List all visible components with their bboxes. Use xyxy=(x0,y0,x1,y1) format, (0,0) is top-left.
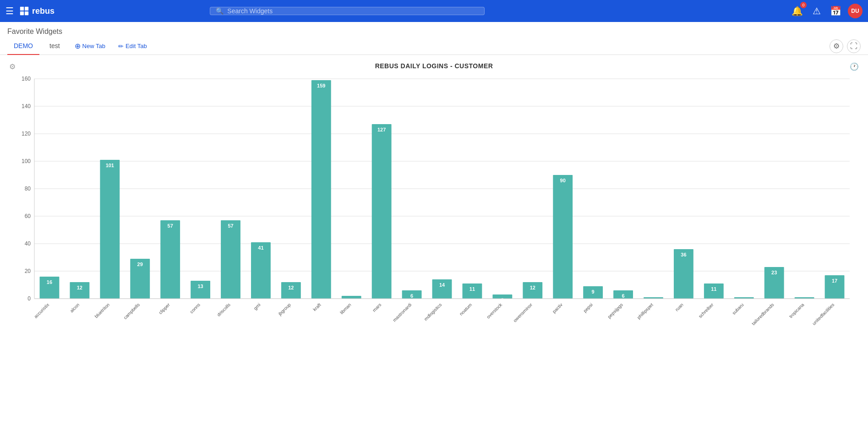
svg-text:mars: mars xyxy=(371,302,382,313)
plus-icon: ⊕ xyxy=(75,42,81,50)
svg-text:14: 14 xyxy=(439,282,445,288)
svg-text:23: 23 xyxy=(771,270,777,275)
svg-text:tailoredbrands: tailoredbrands xyxy=(751,302,775,327)
svg-text:unitedfacilities: unitedfacilities xyxy=(811,302,835,326)
chart-title: REBUS DAILY LOGINS - CUSTOMER xyxy=(9,62,859,70)
svg-text:3: 3 xyxy=(501,297,504,303)
svg-text:gmi: gmi xyxy=(253,302,262,311)
svg-text:100: 100 xyxy=(22,158,31,164)
tab-test[interactable]: test xyxy=(43,38,66,55)
svg-text:schreiber: schreiber xyxy=(698,302,715,319)
tabs-bar: DEMO test ⊕ New Tab ✏ Edit Tab ⚙ ⛶ xyxy=(0,38,868,55)
svg-text:accuristix: accuristix xyxy=(33,302,50,319)
svg-text:owensminor: owensminor xyxy=(512,302,533,323)
svg-text:60: 60 xyxy=(25,213,31,219)
svg-text:36: 36 xyxy=(681,252,686,257)
chart-settings-icon[interactable]: ⚙ xyxy=(9,62,16,71)
tabs-right-actions: ⚙ ⛶ xyxy=(830,39,861,53)
tab-demo[interactable]: DEMO xyxy=(7,38,39,55)
svg-text:mdlogistics: mdlogistics xyxy=(423,302,443,322)
svg-text:tropicana: tropicana xyxy=(788,302,805,319)
svg-text:17: 17 xyxy=(832,278,837,283)
svg-text:40: 40 xyxy=(25,240,31,247)
page-body: Favorite Widgets DEMO test ⊕ New Tab ✏ E… xyxy=(0,22,868,447)
edit-tab-button[interactable]: ✏ Edit Tab xyxy=(114,40,152,53)
svg-text:11: 11 xyxy=(711,286,716,292)
svg-text:120: 120 xyxy=(22,131,31,137)
svg-text:pepsijpgs: pepsijpgs xyxy=(606,302,624,320)
calendar-icon: 📅 xyxy=(830,5,841,16)
svg-text:phillipspet: phillipspet xyxy=(636,302,654,320)
svg-text:57: 57 xyxy=(168,223,173,229)
svg-text:driscolls: driscolls xyxy=(216,302,231,317)
svg-text:12: 12 xyxy=(288,285,294,290)
chart-clock-icon[interactable]: 🕐 xyxy=(850,62,859,71)
svg-text:12: 12 xyxy=(530,285,535,290)
svg-text:2: 2 xyxy=(350,299,353,304)
chart-container: ⚙ 🕐 REBUS DAILY LOGINS - CUSTOMER 020406… xyxy=(0,55,868,340)
notifications-button[interactable]: 🔔 0 xyxy=(790,4,805,18)
bar-chart: 02040608010012014016016accuristix12alcon… xyxy=(9,74,859,331)
svg-text:clipper: clipper xyxy=(158,302,171,315)
svg-rect-73 xyxy=(553,175,573,299)
app-logo: rebus xyxy=(19,6,55,16)
pencil-icon: ✏ xyxy=(118,43,124,50)
expand-icon: ⛶ xyxy=(850,42,857,50)
svg-text:jbgroup: jbgroup xyxy=(277,302,292,316)
logo-icon xyxy=(19,6,29,16)
svg-rect-55 xyxy=(372,124,392,299)
svg-text:alcon: alcon xyxy=(69,302,81,314)
calendar-button[interactable]: 📅 xyxy=(829,4,843,18)
svg-text:20: 20 xyxy=(25,268,31,274)
alert-icon: ⚠ xyxy=(813,5,821,16)
svg-text:campbells: campbells xyxy=(123,302,141,321)
svg-text:conns: conns xyxy=(189,302,201,315)
svg-text:kraft: kraft xyxy=(312,302,322,312)
gear-icon: ⚙ xyxy=(833,42,840,50)
alerts-button[interactable]: ⚠ xyxy=(809,4,824,18)
user-avatar[interactable]: DU xyxy=(848,4,863,18)
search-box[interactable]: 🔍 xyxy=(210,7,485,15)
svg-text:6: 6 xyxy=(410,293,413,299)
search-input[interactable] xyxy=(227,7,479,15)
svg-text:57: 57 xyxy=(228,223,233,229)
svg-text:140: 140 xyxy=(22,103,31,109)
svg-text:0: 0 xyxy=(27,295,31,302)
svg-rect-2 xyxy=(20,11,24,15)
new-tab-button[interactable]: ⊕ New Tab xyxy=(70,39,110,53)
svg-text:bluetriton: bluetriton xyxy=(93,302,110,319)
notification-badge: 0 xyxy=(800,2,807,8)
svg-text:13: 13 xyxy=(197,283,203,289)
app-header: ☰ rebus 🔍 🔔 0 ⚠ 📅 DU xyxy=(0,0,868,22)
svg-rect-40 xyxy=(221,220,240,299)
svg-text:pepsi: pepsi xyxy=(582,302,594,314)
svg-text:pactiv: pactiv xyxy=(551,302,563,314)
svg-rect-0 xyxy=(20,7,24,11)
svg-text:ruan: ruan xyxy=(674,302,684,312)
fullscreen-button[interactable]: ⛶ xyxy=(847,39,861,53)
svg-text:mastronardi: mastronardi xyxy=(392,302,412,323)
logo-text: rebus xyxy=(32,6,55,16)
search-icon: 🔍 xyxy=(216,7,224,15)
svg-rect-49 xyxy=(311,80,331,299)
svg-text:16: 16 xyxy=(47,279,52,285)
svg-text:12: 12 xyxy=(77,285,82,290)
svg-text:11: 11 xyxy=(469,286,475,292)
svg-rect-34 xyxy=(160,220,180,299)
svg-text:subaru: subaru xyxy=(731,302,744,316)
svg-text:29: 29 xyxy=(137,262,143,267)
page-title: Favorite Widgets xyxy=(0,22,868,38)
svg-text:160: 160 xyxy=(22,76,31,82)
svg-text:101: 101 xyxy=(106,163,114,168)
svg-text:80: 80 xyxy=(25,185,31,192)
menu-icon[interactable]: ☰ xyxy=(5,5,14,16)
svg-text:noatum: noatum xyxy=(459,302,473,316)
svg-text:41: 41 xyxy=(258,245,263,251)
svg-text:libman: libman xyxy=(339,302,352,316)
settings-button[interactable]: ⚙ xyxy=(830,39,843,53)
svg-rect-43 xyxy=(251,242,271,299)
svg-text:9: 9 xyxy=(592,289,595,294)
svg-text:6: 6 xyxy=(622,293,624,299)
header-actions: 🔔 0 ⚠ 📅 DU xyxy=(790,4,863,18)
svg-rect-1 xyxy=(25,7,28,11)
